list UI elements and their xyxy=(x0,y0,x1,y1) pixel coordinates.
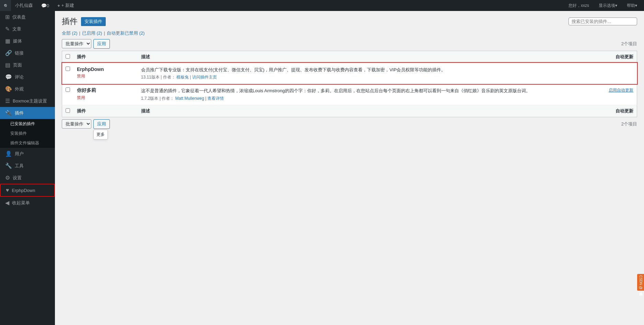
add-plugins-link[interactable]: 安装插件 xyxy=(0,129,55,138)
auto-update-cell-erphpdown xyxy=(600,63,637,84)
csdn-badge[interactable]: CSDN @小扎仙森 xyxy=(637,274,644,291)
plugin-checkbox-dolly[interactable] xyxy=(62,84,74,105)
sidebar-item-links[interactable]: 🔗 链接 xyxy=(0,47,55,59)
erphpdown-icon: ♥ xyxy=(6,187,9,193)
plugin-meta-dolly: 1.7.2版本 | 作者： Matt Mullenweg | 查看详情 xyxy=(141,96,597,101)
plugin-page-link-erphpdown[interactable]: 访问插件主页 xyxy=(192,75,217,80)
plugins-table: 插件 描述 自动更新 ErphpDown 禁用 xyxy=(62,51,637,117)
plugin-name-cell-dolly: 你好多莉 禁用 xyxy=(73,84,138,105)
admin-menu: ⊞ 仪表盘 ✎ 文章 ▦ 媒体 🔗 链接 xyxy=(0,11,55,209)
auto-update-cell-dolly[interactable]: 启用自动更新 xyxy=(600,84,637,105)
sidebar-item-users-label: 用户 xyxy=(15,151,24,157)
plugin-page-link-dolly[interactable]: 查看详情 xyxy=(207,96,224,101)
th-plugin-bottom: 插件 xyxy=(73,105,138,117)
sidebar-item-pages[interactable]: ▤ 页面 xyxy=(0,59,55,71)
th-auto-update: 自动更新 xyxy=(600,51,637,63)
th-plugin: 插件 xyxy=(73,51,138,63)
bulk-actions-bottom: 批量操作 停用 删除 应用 更多 2个项目 xyxy=(62,119,637,129)
sidebar-item-posts[interactable]: ✎ 文章 xyxy=(0,23,55,35)
author-link-dolly[interactable]: Matt Mullenweg xyxy=(175,96,204,101)
admin-bar: 小扎仙森 💬 0 + + 新建 您好，xxzs 显示选项 ▾ 帮助 ▾ xyxy=(0,0,644,11)
sidebar-item-erphpdown-label: ErphpDown xyxy=(12,188,35,193)
sidebar-item-media[interactable]: ▦ 媒体 xyxy=(0,35,55,47)
pages-icon: ▤ xyxy=(5,62,10,68)
table-footer-row: 插件 描述 自动更新 xyxy=(62,105,637,117)
appearance-icon: 🎨 xyxy=(5,86,12,92)
greeting: 您好，xxzs xyxy=(564,0,593,11)
sidebar-item-appearance-label: 外观 xyxy=(15,86,24,92)
filter-all[interactable]: 全部 (2) xyxy=(62,30,82,36)
boxmoe-icon: ☰ xyxy=(5,98,10,104)
comments-link[interactable]: 💬 0 xyxy=(37,0,53,11)
plugin-name-erphpdown: ErphpDown xyxy=(77,67,134,72)
author-link-erphpdown[interactable]: 模板兔 xyxy=(176,75,189,80)
apply-button-top[interactable]: 应用 xyxy=(93,39,110,49)
sidebar-item-tools[interactable]: 🔧 工具 xyxy=(0,160,55,172)
sidebar-item-add-plugins[interactable]: 安装插件 xyxy=(0,129,55,138)
page-header: 插件 安装插件 xyxy=(62,16,637,27)
settings-icon: ⚙ xyxy=(5,174,10,181)
bulk-action-select-top[interactable]: 批量操作 停用 删除 xyxy=(62,39,91,48)
th-description: 描述 xyxy=(138,51,600,63)
collapse-icon: ◀ xyxy=(5,200,9,206)
filter-auto-update-disabled[interactable]: 自动更新已禁用 (2) xyxy=(107,30,148,36)
site-name[interactable]: 小扎仙森 xyxy=(11,0,37,11)
plugin-checkbox-erphpdown[interactable] xyxy=(62,63,74,84)
bulk-actions-top: 批量操作 停用 删除 应用 2个项目 xyxy=(62,39,637,49)
select-all-checkbox[interactable] xyxy=(66,54,70,59)
search-input[interactable] xyxy=(568,17,637,25)
sidebar-item-plugins[interactable]: 🔌 插件 已安装的插件 安装插件 插件文件编辑器 xyxy=(0,107,55,148)
new-content-button[interactable]: + + 新建 xyxy=(53,0,78,11)
dashboard-icon: ⊞ xyxy=(5,14,10,20)
plugins-submenu: 已安装的插件 安装插件 插件文件编辑器 xyxy=(0,119,55,148)
select-all-bottom-checkbox[interactable] xyxy=(66,108,70,113)
wp-logo[interactable] xyxy=(0,0,11,11)
install-plugins-button[interactable]: 安装插件 xyxy=(81,17,106,26)
installed-plugins-link[interactable]: 已安装的插件 xyxy=(0,119,55,129)
table-row: 你好多莉 禁用 这不是普通的插件，它象征着一代人希望和热情，浓缩成Louis A… xyxy=(62,84,637,105)
display-options-button[interactable]: 显示选项 ▾ xyxy=(595,0,621,11)
sidebar-item-boxmoe[interactable]: ☰ Boxmoe主题设置 xyxy=(0,95,55,107)
sidebar-item-posts-label: 文章 xyxy=(12,26,21,32)
plugin-editor-link[interactable]: 插件文件编辑器 xyxy=(0,138,55,148)
deactivate-erphpdown[interactable]: 禁用 xyxy=(77,74,85,79)
enable-auto-update-dolly[interactable]: 启用自动更新 xyxy=(609,88,633,93)
sidebar-item-settings-label: 设置 xyxy=(13,175,22,181)
main-content: 插件 安装插件 全部 (2) 已启用 (2) 自动更新已禁用 (2) 批量操作 … xyxy=(55,11,644,325)
sidebar-item-installed-plugins[interactable]: 已安装的插件 xyxy=(0,119,55,129)
sidebar-item-media-label: 媒体 xyxy=(13,38,22,44)
filter-active[interactable]: 已启用 (2) xyxy=(82,30,107,36)
th-checkbox-bottom xyxy=(62,105,74,117)
tools-icon: 🔧 xyxy=(5,162,12,169)
plugin-name-cell-erphpdown: ErphpDown 禁用 xyxy=(73,63,138,84)
sidebar-item-pages-label: 页面 xyxy=(13,62,22,68)
search-box xyxy=(568,17,637,25)
plugin-desc-cell-erphpdown: 会员推广下载专业版：支持在线支付(支付宝、微信支付、贝宝)，用户推广、提现、发布… xyxy=(138,63,600,84)
media-icon: ▦ xyxy=(5,38,10,44)
sidebar-item-boxmoe-label: Boxmoe主题设置 xyxy=(13,98,47,104)
apply-button-bottom[interactable]: 应用 xyxy=(93,119,110,129)
sidebar-item-appearance[interactable]: 🎨 外观 xyxy=(0,83,55,95)
help-button[interactable]: 帮助 ▾ xyxy=(623,0,641,11)
sidebar-item-settings[interactable]: ⚙ 设置 xyxy=(0,172,55,184)
table-row: ErphpDown 禁用 会员推广下载专业版：支持在线支付(支付宝、微信支付、贝… xyxy=(62,63,637,84)
bulk-action-select-bottom[interactable]: 批量操作 停用 删除 xyxy=(62,119,91,129)
sidebar-item-tools-label: 工具 xyxy=(15,163,24,169)
th-checkbox xyxy=(62,51,74,63)
sidebar-item-erphpdown[interactable]: ♥ ErphpDown xyxy=(0,184,55,197)
deactivate-dolly[interactable]: 禁用 xyxy=(77,95,85,100)
users-icon: 👤 xyxy=(5,151,12,157)
sidebar-item-comments[interactable]: 💬 评论 xyxy=(0,71,55,83)
plugin-description-dolly: 这不是普通的插件，它象征着一代人希望和热情，浓缩成Louis Armstrong… xyxy=(141,87,597,94)
sidebar-item-users[interactable]: 👤 用户 xyxy=(0,148,55,160)
sidebar-item-dashboard[interactable]: ⊞ 仪表盘 xyxy=(0,11,55,23)
items-count-top: 2个项目 xyxy=(621,41,637,47)
sidebar-item-links-label: 链接 xyxy=(15,50,24,56)
sidebar-item-collapse[interactable]: ◀ 收起菜单 xyxy=(0,197,55,209)
sidebar-item-plugin-editor[interactable]: 插件文件编辑器 xyxy=(0,138,55,148)
plugin-actions-dolly: 禁用 xyxy=(77,95,134,101)
plugin-actions-erphpdown: 禁用 xyxy=(77,73,134,79)
filter-bar: 全部 (2) 已启用 (2) 自动更新已禁用 (2) xyxy=(62,30,637,36)
plugin-desc-cell-dolly: 这不是普通的插件，它象征着一代人希望和热情，浓缩成Louis Armstrong… xyxy=(138,84,600,105)
apply-button-bottom-wrap: 应用 更多 xyxy=(93,119,110,129)
